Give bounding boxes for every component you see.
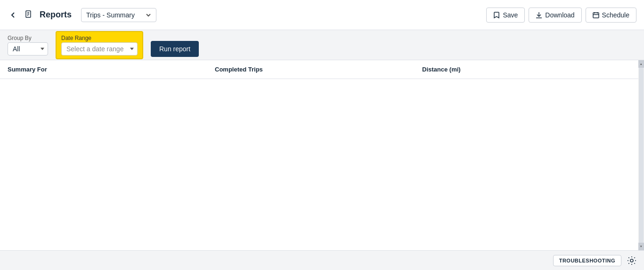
group-by-select-wrapper: All Vehicle Driver bbox=[8, 42, 48, 56]
col-header-summary-for: Summary For bbox=[8, 66, 215, 73]
top-header: Reports Trips - Summary Save Download bbox=[0, 0, 644, 30]
back-button[interactable] bbox=[8, 9, 19, 21]
date-range-select-wrapper: Select a date range Today Yesterday Last… bbox=[61, 42, 138, 56]
filter-bar: Group By All Vehicle Driver Date Range S… bbox=[0, 30, 644, 60]
bookmark-icon bbox=[493, 12, 500, 18]
main-content: Summary For Completed Trips Distance (mi… bbox=[0, 60, 644, 250]
schedule-label: Schedule bbox=[602, 11, 629, 19]
schedule-button[interactable]: Schedule bbox=[586, 8, 636, 23]
download-label: Download bbox=[545, 11, 574, 19]
date-range-label: Date Range bbox=[61, 35, 138, 41]
download-button[interactable]: Download bbox=[529, 8, 581, 23]
group-by-select[interactable]: All Vehicle Driver bbox=[8, 42, 48, 56]
date-range-filter: Date Range Select a date range Today Yes… bbox=[56, 31, 143, 59]
date-range-select[interactable]: Select a date range Today Yesterday Last… bbox=[61, 42, 138, 56]
dropdown-chevron-icon bbox=[146, 12, 151, 18]
bottom-bar: TROUBLESHOOTING bbox=[0, 250, 644, 270]
gear-icon bbox=[627, 256, 636, 265]
page-title: Reports bbox=[40, 10, 72, 20]
scroll-track bbox=[639, 68, 644, 243]
table-header: Summary For Completed Trips Distance (mi… bbox=[0, 60, 644, 79]
download-icon bbox=[536, 12, 542, 18]
col-header-completed-trips: Completed Trips bbox=[215, 66, 422, 73]
save-button[interactable]: Save bbox=[486, 8, 525, 23]
schedule-icon bbox=[593, 12, 599, 18]
table-body bbox=[0, 79, 644, 248]
document-icon bbox=[24, 10, 32, 20]
col-header-distance: Distance (mi) bbox=[422, 66, 631, 73]
scroll-up-arrow[interactable]: ▴ bbox=[638, 60, 644, 68]
run-report-button[interactable]: Run report bbox=[151, 41, 199, 57]
scroll-down-arrow[interactable]: ▾ bbox=[638, 243, 644, 250]
svg-rect-6 bbox=[593, 13, 599, 18]
svg-point-10 bbox=[630, 259, 633, 262]
group-by-label: Group By bbox=[8, 35, 48, 41]
group-by-filter: Group By All Vehicle Driver bbox=[8, 35, 48, 56]
header-actions: Save Download Schedule bbox=[486, 8, 636, 23]
report-type-dropdown[interactable]: Trips - Summary bbox=[81, 8, 156, 22]
settings-button[interactable] bbox=[627, 256, 636, 265]
save-label: Save bbox=[503, 11, 518, 19]
troubleshooting-button[interactable]: TROUBLESHOOTING bbox=[553, 255, 621, 266]
vertical-scrollbar[interactable]: ▴ ▾ bbox=[638, 60, 644, 250]
report-type-selected: Trips - Summary bbox=[86, 11, 142, 19]
